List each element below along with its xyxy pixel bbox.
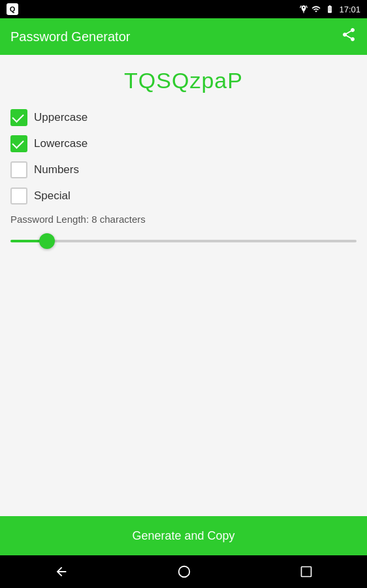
svg-rect-3	[302, 567, 311, 577]
nav-bar	[0, 555, 367, 588]
lowercase-label: Lowercase	[34, 137, 88, 150]
app-bar-title: Password Generator	[10, 29, 130, 44]
status-bar-right: 17:01	[299, 5, 360, 14]
lowercase-option-row: Lowercase	[10, 135, 357, 152]
special-checkbox[interactable]	[10, 188, 27, 204]
special-option-row: Special	[10, 188, 357, 204]
password-display: TQSQzpaP	[10, 68, 357, 93]
wifi-icon	[311, 5, 321, 14]
lowercase-checkbox[interactable]	[10, 135, 27, 152]
back-button[interactable]	[54, 564, 69, 579]
alarm-icon	[299, 5, 308, 14]
main-content: TQSQzpaP Uppercase Lowercase Numbers Spe…	[0, 55, 367, 516]
uppercase-checkbox[interactable]	[10, 109, 27, 126]
numbers-label: Numbers	[34, 163, 79, 176]
password-length-slider-container	[10, 231, 357, 251]
status-bar: Q 17:01	[0, 0, 367, 18]
password-length-label: Password Length: 8 characters	[10, 214, 357, 225]
home-button[interactable]	[177, 564, 191, 579]
app-logo-icon: Q	[7, 3, 18, 15]
time-display: 17:01	[339, 5, 360, 14]
share-button[interactable]	[341, 27, 357, 46]
app-bar: Password Generator	[0, 18, 367, 55]
generate-copy-button[interactable]: Generate and Copy	[0, 516, 367, 555]
special-label: Special	[34, 189, 71, 203]
uppercase-option-row: Uppercase	[10, 109, 357, 126]
recent-apps-button[interactable]	[300, 565, 313, 578]
svg-point-2	[179, 566, 190, 578]
generate-copy-label: Generate and Copy	[132, 529, 234, 543]
numbers-checkbox[interactable]	[10, 161, 27, 178]
password-length-slider[interactable]	[10, 240, 357, 242]
password-text: TQSQzpaP	[124, 68, 243, 93]
numbers-option-row: Numbers	[10, 161, 357, 178]
uppercase-label: Uppercase	[34, 111, 88, 124]
svg-rect-1	[329, 7, 332, 10]
status-bar-left: Q	[7, 3, 18, 15]
battery-icon	[324, 5, 336, 14]
